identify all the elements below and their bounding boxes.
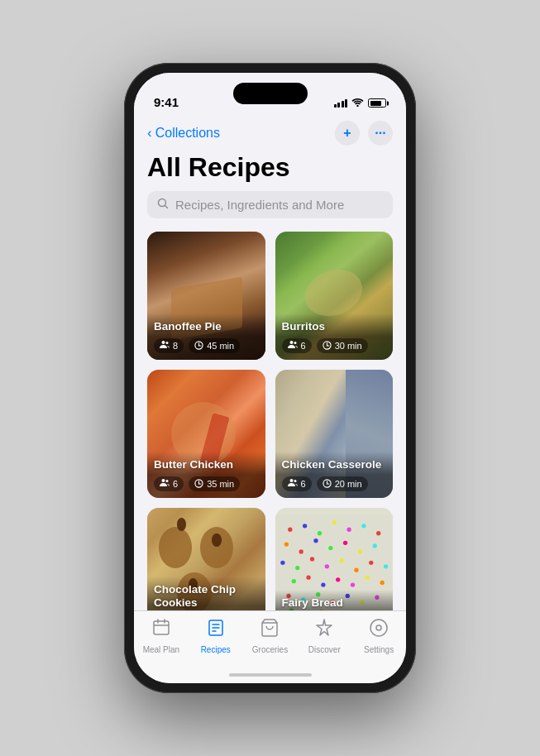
back-button[interactable]: ‹ Collections (147, 125, 220, 141)
servings-pill: 6 (282, 476, 312, 491)
recipe-card-banoffee-pie[interactable]: Banoffee Pie (147, 232, 265, 360)
discover-icon (314, 618, 334, 643)
phone-screen: 9:41 (134, 73, 406, 683)
groceries-icon (260, 618, 280, 643)
search-placeholder: Recipes, Ingredients and More (175, 198, 344, 212)
svg-point-31 (317, 531, 321, 535)
tab-meal-plan[interactable]: Meal Plan (134, 618, 189, 654)
people-icon (288, 340, 298, 352)
ellipsis-icon: ··· (375, 126, 385, 141)
tab-groceries[interactable]: Groceries (243, 618, 298, 654)
svg-point-97 (376, 625, 381, 630)
people-icon (288, 478, 298, 490)
svg-point-0 (356, 105, 358, 107)
tab-bar: Meal Plan Recipes (134, 610, 406, 667)
svg-point-37 (299, 549, 303, 553)
svg-point-44 (295, 566, 299, 570)
servings-pill: 6 (154, 476, 184, 491)
recipe-overlay: Chocolate Chip Cookies 12 (147, 577, 265, 610)
recipe-title: Chocolate Chip Cookies (154, 583, 259, 610)
svg-point-49 (369, 561, 373, 565)
recipe-meta: 8 45 min (154, 338, 259, 353)
recipe-card-chocolate-chip-cookies[interactable]: Chocolate Chip Cookies 12 (147, 508, 265, 610)
svg-point-38 (313, 538, 318, 543)
svg-point-96 (370, 620, 387, 636)
recipe-card-butter-chicken[interactable]: Butter Chicken 6 (147, 370, 265, 498)
svg-point-55 (350, 582, 354, 586)
more-button[interactable]: ··· (368, 121, 393, 146)
svg-point-48 (354, 568, 358, 572)
svg-point-9 (294, 342, 296, 344)
recipe-card-fairy-bread[interactable]: Fairy Bread 12 (275, 508, 394, 610)
recipes-icon (206, 618, 226, 643)
svg-point-36 (284, 542, 288, 546)
svg-point-47 (339, 558, 343, 562)
recipe-title: Butter Chicken (154, 458, 259, 471)
svg-point-43 (280, 561, 284, 565)
servings-pill: 6 (282, 338, 312, 353)
phone-frame: 9:41 (124, 63, 416, 693)
dynamic-island (233, 83, 308, 104)
servings-pill: 8 (154, 338, 184, 353)
svg-point-19 (294, 480, 296, 482)
recipe-meta: 6 30 min (282, 338, 387, 353)
svg-rect-87 (154, 621, 169, 634)
recipe-overlay: Butter Chicken 6 (147, 452, 265, 498)
tab-meal-plan-label: Meal Plan (143, 645, 179, 654)
status-time: 9:41 (154, 95, 179, 109)
tab-discover-label: Discover (308, 645, 341, 654)
home-bar (229, 673, 312, 677)
tab-settings[interactable]: Settings (351, 618, 406, 654)
recipe-title: Chicken Casserole (282, 458, 387, 471)
nav-actions: + ··· (335, 121, 393, 146)
svg-point-18 (289, 479, 293, 482)
meal-plan-icon (151, 618, 171, 643)
svg-point-33 (346, 528, 351, 532)
svg-point-30 (302, 524, 306, 528)
recipe-overlay: Fairy Bread 12 (275, 590, 394, 610)
svg-point-13 (162, 479, 165, 482)
recipe-overlay: Banoffee Pie (147, 313, 265, 360)
time-pill: 45 min (189, 338, 240, 353)
time-pill: 30 min (317, 338, 368, 353)
recipe-overlay: Chicken Casserole 6 (275, 452, 394, 498)
status-icons (334, 97, 387, 109)
svg-point-57 (380, 581, 384, 585)
tab-discover[interactable]: Discover (297, 618, 351, 654)
back-label: Collections (155, 126, 220, 141)
svg-point-3 (162, 341, 165, 344)
tab-recipes-label: Recipes (201, 645, 231, 654)
svg-point-40 (342, 541, 346, 545)
recipe-meta: 6 20 min (282, 476, 387, 491)
settings-icon (369, 618, 389, 643)
tab-recipes[interactable]: Recipes (189, 618, 243, 654)
svg-point-42 (372, 543, 376, 548)
people-icon (160, 478, 170, 490)
add-button[interactable]: + (335, 121, 360, 146)
recipe-title: Burritos (282, 320, 387, 333)
recipe-card-chicken-casserole[interactable]: Chicken Casserole 6 (275, 370, 394, 498)
svg-point-53 (321, 582, 325, 586)
recipe-card-burritos[interactable]: Burritos 6 (275, 232, 394, 360)
tab-settings-label: Settings (364, 645, 394, 654)
clock-icon (194, 479, 203, 490)
recipe-grid: Banoffee Pie (134, 232, 406, 610)
nav-bar: ‹ Collections + ··· (134, 114, 406, 149)
plus-icon: + (343, 126, 351, 141)
chevron-left-icon: ‹ (147, 125, 152, 141)
svg-point-56 (365, 576, 369, 580)
svg-point-8 (289, 341, 293, 344)
recipe-title: Fairy Bread (282, 596, 387, 610)
main-content: All Recipes Recipes, Ingredients and Mor… (134, 149, 406, 610)
svg-point-39 (328, 546, 332, 550)
svg-point-52 (306, 576, 310, 580)
search-bar[interactable]: Recipes, Ingredients and More (147, 191, 393, 218)
time-pill: 35 min (189, 476, 240, 491)
signal-bars-icon (334, 99, 348, 108)
clock-icon (323, 479, 332, 490)
svg-point-29 (288, 528, 292, 532)
svg-point-50 (383, 564, 387, 568)
wifi-icon (351, 97, 364, 109)
recipe-overlay: Burritos 6 (275, 313, 394, 360)
recipe-title: Banoffee Pie (154, 320, 259, 333)
